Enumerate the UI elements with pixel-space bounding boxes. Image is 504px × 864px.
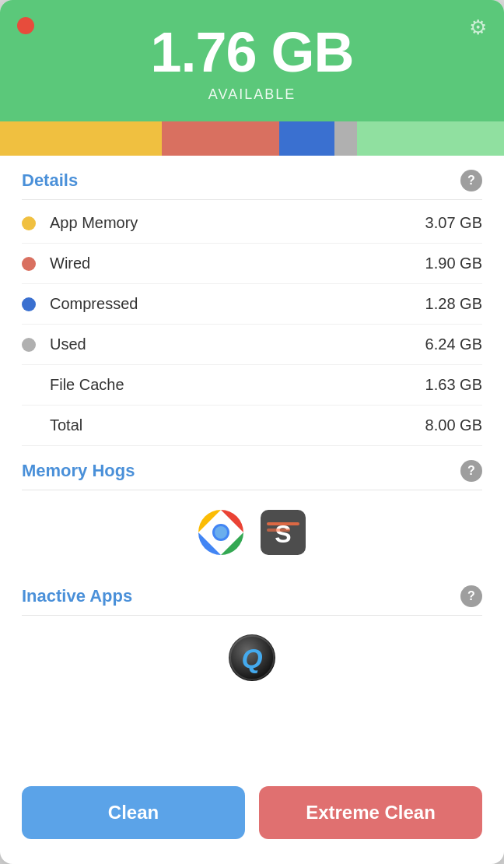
footer: Clean Extreme Clean <box>0 772 504 864</box>
sublime-app-icon[interactable]: S <box>260 509 306 556</box>
svg-point-3 <box>215 526 227 539</box>
detail-row-compressed: Compressed 1.28 GB <box>22 284 482 325</box>
label-app-memory: App Memory <box>50 214 425 232</box>
detail-row-total: Total 8.00 GB <box>22 406 482 446</box>
memory-hogs-apps: S <box>22 493 482 571</box>
bar-used <box>334 121 356 156</box>
memory-hogs-help-icon[interactable]: ? <box>460 460 482 482</box>
detail-row-app-memory: App Memory 3.07 GB <box>22 203 482 244</box>
details-help-icon[interactable]: ? <box>460 170 482 191</box>
inactive-apps-section-header: Inactive Apps ? <box>22 571 482 616</box>
detail-row-wired: Wired 1.90 GB <box>22 244 482 284</box>
label-file-cache: File Cache <box>50 376 425 394</box>
value-file-cache: 1.63 GB <box>425 376 482 394</box>
value-total: 8.00 GB <box>425 416 482 434</box>
sublime-svg: S <box>261 510 306 555</box>
details-title: Details <box>22 170 78 191</box>
memory-hogs-section-header: Memory Hogs ? <box>22 446 482 490</box>
clean-button[interactable]: Clean <box>22 786 245 839</box>
svg-rect-7 <box>267 529 290 532</box>
label-used: Used <box>50 335 425 353</box>
label-total: Total <box>50 416 425 434</box>
memory-hogs-title: Memory Hogs <box>22 461 135 481</box>
main-window: ⚙ 1.76 GB AVAILABLE Details ? App Memory… <box>0 0 504 864</box>
header: ⚙ 1.76 GB AVAILABLE <box>0 0 504 121</box>
chrome-app-icon[interactable] <box>198 509 244 556</box>
bar-wired <box>162 121 279 156</box>
gear-icon[interactable]: ⚙ <box>469 16 487 40</box>
inactive-apps-title: Inactive Apps <box>22 586 132 606</box>
quicktime-svg: Q <box>229 634 275 681</box>
chrome-svg <box>198 510 243 555</box>
dot-wired <box>22 257 36 271</box>
inactive-apps-help-icon[interactable]: ? <box>460 585 482 607</box>
svg-text:Q: Q <box>241 643 262 673</box>
bar-compressed <box>279 121 334 156</box>
svg-rect-6 <box>267 522 299 525</box>
bar-available <box>357 121 504 156</box>
details-section-header: Details ? <box>22 156 482 200</box>
close-button[interactable] <box>17 17 34 34</box>
value-wired: 1.90 GB <box>425 255 482 272</box>
extreme-clean-button[interactable]: Extreme Clean <box>259 786 482 839</box>
inactive-apps-apps: Q <box>22 619 482 697</box>
bar-app-memory <box>0 121 162 156</box>
available-gb: 1.76 GB <box>16 22 488 83</box>
dot-file-cache <box>22 378 36 392</box>
label-compressed: Compressed <box>50 295 425 313</box>
memory-bar <box>0 121 504 156</box>
dot-compressed <box>22 297 36 311</box>
available-label: AVAILABLE <box>16 86 488 103</box>
detail-row-used: Used 6.24 GB <box>22 325 482 365</box>
detail-row-file-cache: File Cache 1.63 GB <box>22 365 482 406</box>
label-wired: Wired <box>50 255 425 272</box>
dot-app-memory <box>22 216 36 230</box>
dot-total <box>22 419 36 433</box>
value-app-memory: 3.07 GB <box>425 214 482 232</box>
dot-used <box>22 338 36 352</box>
content-area: Details ? App Memory 3.07 GB Wired 1.90 … <box>0 156 504 772</box>
value-used: 6.24 GB <box>425 335 482 353</box>
quicktime-app-icon[interactable]: Q <box>229 634 275 681</box>
value-compressed: 1.28 GB <box>425 295 482 313</box>
